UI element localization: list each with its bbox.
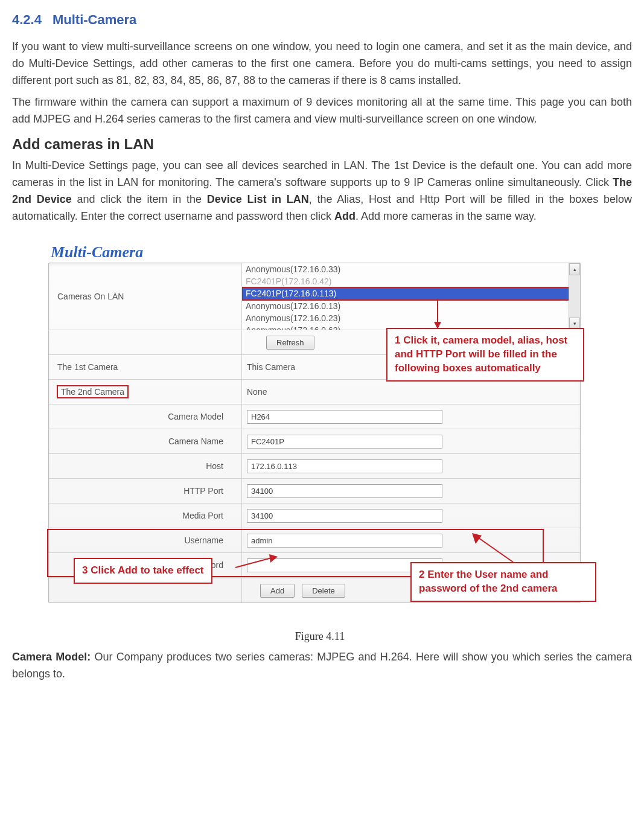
label-first-camera: The 1st Camera — [49, 355, 242, 379]
lan-item[interactable]: Anonymous(172.16.0.13) — [242, 300, 569, 312]
input-host[interactable] — [247, 459, 442, 473]
row-cameras-on-lan: Cameras On LAN Anonymous(172.16.0.33) FC… — [49, 263, 580, 330]
label-username: Username — [49, 528, 242, 552]
arrow-to-callout-1 — [432, 299, 444, 329]
label-http-port: HTTP Port — [49, 479, 242, 503]
lan-item[interactable]: FC2401P(172.16.0.42) — [242, 275, 569, 287]
label-second-camera[interactable]: The 2nd Camera — [57, 386, 128, 398]
section-heading: 4.2.4Multi-Camera — [12, 12, 632, 28]
refresh-button[interactable]: Refresh — [266, 336, 314, 350]
section-title: Multi-Camera — [53, 12, 136, 27]
input-camera-name[interactable] — [247, 435, 442, 449]
figure-caption: Figure 4.11 — [48, 630, 591, 643]
row-media-port: Media Port — [49, 503, 580, 528]
lan-item[interactable]: Anonymous(172.16.0.33) — [242, 263, 569, 275]
paragraph-1: If you want to view multi-surveillance s… — [12, 39, 632, 89]
label-media-port: Media Port — [49, 503, 242, 528]
footer-paragraph: Camera Model: Our Company produces two s… — [12, 649, 632, 683]
panel-title: Multi-Camera — [51, 243, 591, 261]
input-camera-model[interactable] — [247, 410, 442, 424]
lan-scrollbar[interactable]: ▴ ▾ — [569, 263, 580, 330]
value-second-camera: None — [242, 380, 580, 404]
callout-1: 1 Click it, camera model, alias, host an… — [386, 328, 584, 382]
row-second-camera[interactable]: The 2nd Camera None — [49, 380, 580, 404]
svg-marker-3 — [269, 554, 278, 563]
label-camera-model: Camera Model — [49, 404, 242, 429]
input-username[interactable] — [247, 534, 442, 548]
callout-2: 2 Enter the User name and password of th… — [410, 562, 596, 602]
arrow-to-credentials — [471, 533, 519, 563]
figure-multi-camera: Multi-Camera Cameras On LAN Anonymous(17… — [48, 243, 591, 643]
row-camera-model: Camera Model — [49, 404, 580, 429]
scroll-up-icon[interactable]: ▴ — [569, 263, 580, 275]
add-button[interactable]: Add — [260, 584, 295, 598]
label-camera-name: Camera Name — [49, 429, 242, 453]
section-number: 4.2.4 — [12, 12, 42, 27]
row-http-port: HTTP Port — [49, 479, 580, 503]
lan-item-selected[interactable]: FC2401P(172.16.0.113) — [242, 287, 569, 299]
delete-button[interactable]: Delete — [302, 584, 345, 598]
input-http-port[interactable] — [247, 484, 442, 498]
paragraph-3: In Multi-Device Settings page, you can s… — [12, 158, 632, 225]
subheading-lan: Add cameras in LAN — [12, 136, 632, 153]
arrow-to-add — [235, 554, 284, 572]
lan-device-list[interactable]: Anonymous(172.16.0.33) FC2401P(172.16.0.… — [242, 263, 569, 330]
callout-3: 3 Click Add to take effect — [74, 558, 212, 584]
label-host: Host — [49, 454, 242, 478]
label-cameras-on-lan: Cameras On LAN — [49, 263, 242, 330]
input-media-port[interactable] — [247, 509, 442, 523]
row-camera-name: Camera Name — [49, 429, 580, 454]
svg-line-4 — [477, 537, 513, 562]
row-host: Host — [49, 454, 580, 479]
scroll-track[interactable] — [569, 275, 580, 318]
svg-line-2 — [235, 558, 272, 567]
paragraph-2: The firmware within the camera can suppo… — [12, 94, 632, 128]
lan-item[interactable]: Anonymous(172.16.0.23) — [242, 312, 569, 324]
